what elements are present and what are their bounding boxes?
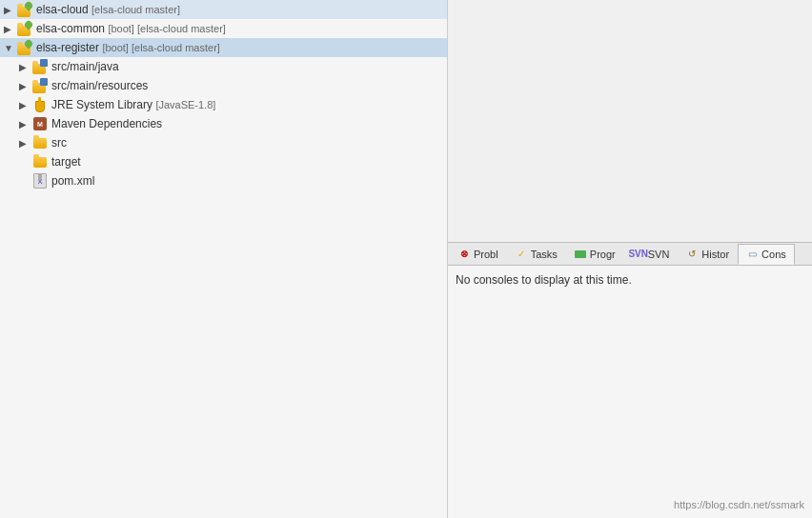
icon-src-main-java [32, 59, 48, 74]
tree-item-src[interactable]: ▶ src [0, 133, 447, 152]
label-jre: JRE System Library [51, 98, 152, 111]
expand-arrow-src[interactable]: ▶ [19, 138, 32, 149]
tasks-icon: ✓ [516, 249, 527, 260]
tree-item-elsa-common[interactable]: ▶ elsa-common [boot] [elsa-cloud master] [0, 19, 447, 38]
tree-item-maven-dependencies[interactable]: ▶ M Maven Dependencies [0, 114, 447, 133]
package-explorer: ▶ elsa-cloud [elsa-cloud master] ▶ elsa-… [0, 0, 448, 518]
tab-console[interactable]: ▭ Cons [738, 244, 795, 265]
tree-item-elsa-cloud[interactable]: ▶ elsa-cloud [elsa-cloud master] [0, 0, 447, 19]
expand-arrow-maven[interactable]: ▶ [19, 119, 32, 130]
label-target: target [51, 155, 81, 169]
label-src-main-resources: src/main/resources [51, 79, 148, 92]
tree-item-target[interactable]: ▶ target [0, 152, 447, 171]
tree-item-src-main-java[interactable]: ▶ src/main/java [0, 57, 447, 76]
expand-arrow-src-main-java[interactable]: ▶ [19, 62, 32, 72]
tree-item-pom-xml[interactable]: ▶ X pom.xml [0, 171, 447, 190]
expand-arrow-elsa-cloud[interactable]: ▶ [4, 5, 17, 15]
badge-jre: [JavaSE-1.8] [155, 99, 215, 110]
bottom-panel: ⊗ Probl ✓ Tasks Progr SVN [448, 242, 812, 518]
label-pom-xml: pom.xml [51, 174, 94, 188]
console-message: No consoles to display at this time. [456, 273, 632, 287]
tree-item-jre-system-library[interactable]: ▶ JRE System Library [JavaSE-1.8] [0, 95, 447, 114]
tab-tasks[interactable]: ✓ Tasks [507, 244, 566, 265]
icon-elsa-cloud [17, 2, 32, 17]
expand-arrow-jre[interactable]: ▶ [19, 100, 32, 110]
editor-area [448, 0, 812, 242]
tab-tasks-label: Tasks [531, 249, 558, 260]
icon-src [32, 135, 48, 150]
icon-maven: M [32, 116, 48, 131]
console-content: No consoles to display at this time. [448, 266, 812, 518]
icon-src-main-resources [32, 78, 48, 93]
problems-icon: ⊗ [458, 249, 470, 260]
badge-elsa-register: [boot] [elsa-cloud master] [102, 42, 220, 53]
icon-elsa-register [17, 40, 32, 55]
badge-elsa-cloud: [elsa-cloud master] [91, 4, 180, 15]
expand-arrow-elsa-register[interactable]: ▼ [4, 43, 17, 53]
icon-jre [32, 97, 48, 112]
tab-console-label: Cons [761, 249, 786, 260]
label-elsa-cloud: elsa-cloud [36, 3, 89, 16]
label-src-main-java: src/main/java [51, 60, 119, 73]
progress-icon [575, 249, 586, 260]
tree-item-elsa-register[interactable]: ▼ elsa-register [boot] [elsa-cloud maste… [0, 38, 447, 57]
tab-history-label: Histor [701, 249, 729, 260]
label-elsa-common: elsa-common [36, 22, 105, 35]
expand-arrow-elsa-common[interactable]: ▶ [4, 24, 17, 34]
tab-history[interactable]: ↺ Histor [678, 244, 738, 265]
icon-target [32, 154, 48, 169]
tab-progress-label: Progr [590, 249, 616, 260]
tree-item-src-main-resources[interactable]: ▶ src/main/resources [0, 76, 447, 95]
bottom-tabs: ⊗ Probl ✓ Tasks Progr SVN [448, 243, 812, 266]
tab-svn-label: SVN [648, 249, 670, 260]
badge-elsa-common: [boot] [elsa-cloud master] [108, 23, 226, 34]
tab-problems-label: Probl [474, 249, 498, 260]
tab-svn[interactable]: SVN SVN [624, 244, 679, 265]
icon-pom-xml: X [32, 173, 48, 189]
label-maven: Maven Dependencies [51, 117, 162, 130]
tab-problems[interactable]: ⊗ Probl [450, 244, 507, 265]
label-src: src [51, 136, 67, 149]
right-panel: ⊗ Probl ✓ Tasks Progr SVN [448, 0, 812, 518]
console-icon: ▭ [746, 249, 758, 260]
label-elsa-register: elsa-register [36, 41, 99, 54]
history-icon: ↺ [686, 249, 698, 260]
tab-progress[interactable]: Progr [566, 244, 624, 265]
svn-icon: SVN [633, 249, 644, 260]
expand-arrow-src-main-resources[interactable]: ▶ [19, 81, 32, 91]
icon-elsa-common [17, 21, 32, 36]
